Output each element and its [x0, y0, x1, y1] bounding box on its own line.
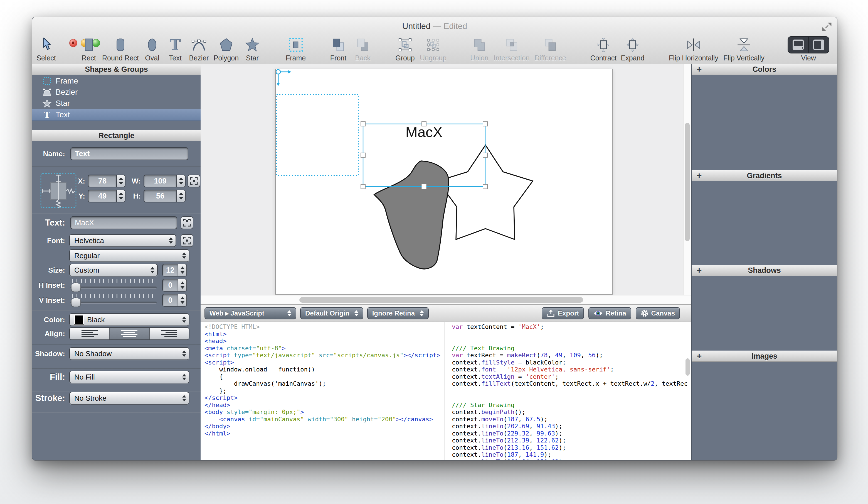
- y-label: Y:: [65, 190, 85, 202]
- toolbar-item-difference: Difference: [525, 36, 575, 62]
- code-pane-js[interactable]: var textContent = 'MacX';//// Text Drawi…: [445, 322, 691, 460]
- hscroll-thumb[interactable]: [299, 297, 583, 303]
- fullscreen-icon[interactable]: [822, 22, 831, 31]
- toolbar-item-expand[interactable]: Expand: [614, 36, 651, 62]
- font-row: Font: Helvetica: [32, 234, 200, 247]
- size-field[interactable]: 12: [162, 264, 178, 276]
- y-field[interactable]: 49: [88, 190, 116, 202]
- toolbar-item-label: Text: [169, 54, 182, 62]
- shape-list-item-frame[interactable]: Frame: [32, 75, 200, 87]
- w-stepper[interactable]: [176, 174, 186, 188]
- h-inset-field[interactable]: 0: [162, 279, 178, 292]
- svg-text:T: T: [170, 37, 180, 53]
- artboard[interactable]: MacX: [275, 69, 613, 295]
- text-constraint-button[interactable]: [180, 216, 193, 229]
- code-line: context.fillStyle = blackColor;: [452, 359, 691, 366]
- v-inset-slider[interactable]: [70, 294, 157, 306]
- shadow-dropdown[interactable]: No Shadow: [69, 347, 189, 360]
- x-label: X:: [65, 174, 85, 188]
- text-row: Text:: [32, 216, 200, 229]
- v-inset-field[interactable]: 0: [162, 294, 178, 306]
- library-header-colors: +Colors: [692, 64, 837, 75]
- shape-list-item-star[interactable]: Star: [32, 98, 200, 109]
- font-style-dropdown[interactable]: Regular: [69, 249, 189, 262]
- font-family-dropdown[interactable]: Helvetica: [69, 234, 176, 247]
- align-right-button[interactable]: [150, 328, 189, 340]
- y-h-row: Y: 49 H: 56: [32, 190, 200, 202]
- roundrect-icon: [113, 36, 128, 54]
- toolbar-item-star[interactable]: Star: [236, 36, 269, 62]
- x-field[interactable]: 78: [88, 174, 116, 188]
- shape-list-item-bezier[interactable]: Bezier: [32, 87, 200, 98]
- canvas-horizontal-scrollbar[interactable]: [200, 295, 691, 304]
- expand-icon: [624, 36, 641, 54]
- export-button[interactable]: Export: [542, 307, 584, 319]
- name-input[interactable]: [70, 147, 188, 160]
- code-pane-html[interactable]: <!DOCTYPE HTML><html><head><meta charset…: [200, 322, 445, 460]
- vscroll-thumb[interactable]: [685, 123, 690, 241]
- align-row: Align:: [32, 327, 200, 340]
- oval-icon: [144, 36, 160, 54]
- stroke-dropdown[interactable]: No Stroke: [69, 392, 189, 405]
- bezier-icon: [190, 36, 208, 54]
- align-label: Align:: [32, 327, 65, 340]
- add-colors-button[interactable]: +: [692, 64, 707, 74]
- align-left-button[interactable]: [70, 328, 110, 340]
- h-field[interactable]: 56: [144, 190, 176, 202]
- shape-list-item-text[interactable]: TText: [32, 109, 200, 121]
- w-field[interactable]: 109: [144, 174, 176, 188]
- toolbar-item-view[interactable]: View: [785, 36, 832, 62]
- library-header-images: +Images: [692, 351, 837, 362]
- size-mode-dropdown[interactable]: Custom: [69, 264, 158, 276]
- divider: [32, 344, 200, 345]
- shadow-label: Shadow:: [32, 347, 65, 360]
- canvas-viewport[interactable]: MacX: [200, 64, 691, 304]
- font-constraint-button[interactable]: [180, 234, 193, 247]
- fill-dropdown[interactable]: No Fill: [69, 371, 189, 383]
- size-stepper[interactable]: [178, 264, 187, 276]
- align-center-button[interactable]: [110, 328, 149, 340]
- frame-shape[interactable]: [277, 94, 358, 175]
- canvas-settings-button[interactable]: Canvas: [636, 307, 680, 319]
- w-label: W:: [121, 174, 141, 188]
- w-constraint-button[interactable]: [187, 174, 200, 188]
- code-line: context.font = '12px Helvetica, sans-ser…: [452, 366, 691, 373]
- color-label: Color:: [32, 313, 65, 326]
- add-gradients-button[interactable]: +: [692, 170, 707, 181]
- h-stepper[interactable]: [176, 190, 186, 202]
- toolbar-item-label: Contract: [590, 54, 617, 62]
- canvas-vertical-scrollbar[interactable]: [683, 64, 691, 295]
- h-inset-slider[interactable]: [70, 279, 157, 292]
- text-input[interactable]: [70, 216, 177, 229]
- x-w-row: X: 78 W: 109: [32, 174, 200, 188]
- code-scrollbar-thumb[interactable]: [685, 359, 690, 376]
- add-images-button[interactable]: +: [692, 351, 707, 361]
- v-inset-stepper[interactable]: [178, 294, 187, 306]
- bezier-shape[interactable]: [374, 161, 449, 269]
- color-dropdown[interactable]: Black: [69, 313, 189, 326]
- toolbar-item-label: Rect: [82, 54, 96, 62]
- retina-dropdown[interactable]: Ignore Retina: [367, 307, 429, 319]
- toolbar-item-frame[interactable]: Frame: [278, 36, 314, 62]
- origin-dropdown[interactable]: Default Origin: [300, 307, 363, 319]
- stroke-label: Stroke:: [32, 392, 65, 405]
- titlebar[interactable]: Untitled — Edited: [32, 17, 837, 36]
- retina-button[interactable]: Retina: [588, 307, 631, 319]
- add-shadows-button[interactable]: +: [692, 265, 707, 276]
- toolbar-item-flipv[interactable]: Flip Vertically: [715, 36, 773, 62]
- code-line: };: [205, 387, 445, 395]
- toolbar-item-label: Select: [37, 54, 56, 62]
- toolbar-item-label: Front: [330, 54, 347, 62]
- h-inset-stepper[interactable]: [178, 279, 187, 292]
- text-label: Text:: [32, 216, 65, 229]
- toolbar-item-select[interactable]: Select: [32, 36, 63, 62]
- toolbar-item-label: Frame: [286, 54, 306, 62]
- language-dropdown[interactable]: Web ▸ JavaScript: [205, 307, 296, 319]
- code-line: [452, 394, 691, 402]
- code-line: [452, 331, 691, 338]
- library-header-shadows: +Shadows: [692, 265, 837, 276]
- difference-icon: [542, 36, 558, 54]
- shape-list-label: Star: [56, 99, 70, 108]
- code-line: context.lineTo(202.69, 91.43);: [452, 423, 691, 430]
- inspector-sidebar: Shapes & Groups FrameBezierStarTText Rec…: [32, 64, 201, 460]
